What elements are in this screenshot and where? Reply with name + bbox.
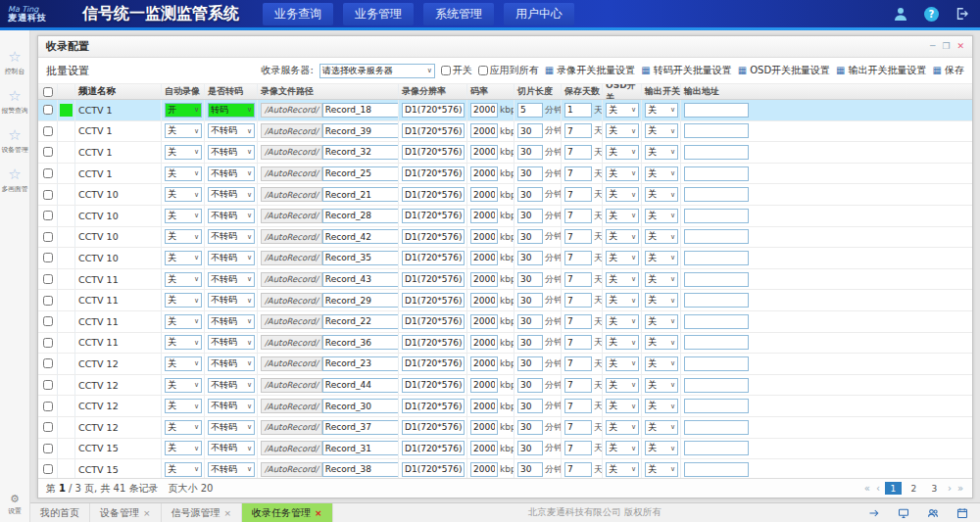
resolution-select[interactable]: D1(720*576)∨: [402, 335, 465, 350]
auto-record-select[interactable]: 关∨: [165, 251, 202, 265]
output-address-input[interactable]: [684, 293, 749, 308]
switch-checkbox[interactable]: 开关: [441, 64, 472, 77]
bitrate-input[interactable]: [470, 441, 498, 455]
bitrate-input[interactable]: [470, 229, 498, 244]
save-days-input[interactable]: [564, 420, 592, 435]
auto-record-select[interactable]: 关∨: [165, 441, 202, 455]
sidebar-item-console[interactable]: ☆ 控制台: [0, 50, 29, 76]
users-icon[interactable]: [927, 507, 939, 519]
output-switch-select[interactable]: 关∨: [645, 356, 678, 371]
resolution-select[interactable]: D1(720*576)∨: [402, 272, 465, 287]
osd-switch-select[interactable]: 关∨: [606, 420, 639, 435]
slice-length-input[interactable]: [517, 103, 543, 118]
bitrate-input[interactable]: [470, 314, 498, 329]
file-name-input[interactable]: [322, 356, 399, 371]
slice-length-input[interactable]: [517, 314, 543, 329]
slice-length-input[interactable]: [517, 378, 543, 393]
auto-record-select[interactable]: 关∨: [165, 209, 202, 223]
output-address-input[interactable]: [684, 145, 749, 160]
resolution-select[interactable]: D1(720*576)∨: [402, 166, 465, 181]
row-checkbox[interactable]: [43, 422, 53, 432]
auto-record-select[interactable]: 关∨: [165, 229, 202, 244]
save-days-input[interactable]: [564, 272, 592, 287]
sidebar-item-multiscreen[interactable]: ☆ 多画面管: [0, 167, 29, 194]
bitrate-input[interactable]: [470, 123, 498, 138]
slice-length-input[interactable]: [517, 462, 543, 477]
output-address-input[interactable]: [684, 335, 749, 350]
resolution-select[interactable]: D1(720*576)∨: [402, 314, 465, 329]
file-name-input[interactable]: [322, 272, 399, 287]
slice-length-input[interactable]: [517, 399, 543, 413]
save-days-input[interactable]: [564, 399, 592, 413]
row-checkbox[interactable]: [43, 232, 53, 242]
sidebar-settings[interactable]: ⚙ 设置: [7, 494, 23, 516]
resolution-select[interactable]: D1(720*576)∨: [402, 251, 465, 265]
output-address-input[interactable]: [684, 462, 749, 477]
auto-record-select[interactable]: 关∨: [165, 378, 202, 393]
osd-switch-select[interactable]: 关∨: [606, 314, 639, 329]
output-switch-select[interactable]: 关∨: [645, 441, 678, 455]
file-name-input[interactable]: [322, 420, 399, 435]
next-page-button[interactable]: ›: [947, 483, 953, 494]
record-switch-batch-button[interactable]: ▦录像开关批量设置: [545, 64, 635, 77]
restore-icon[interactable]: ❐: [942, 42, 950, 51]
output-address-input[interactable]: [684, 209, 749, 223]
save-days-input[interactable]: [564, 229, 592, 244]
output-switch-select[interactable]: 关∨: [645, 166, 678, 181]
slice-length-input[interactable]: [517, 187, 543, 202]
bitrate-input[interactable]: [470, 166, 498, 181]
output-address-input[interactable]: [684, 399, 749, 413]
transcode-select[interactable]: 不转码∨: [208, 314, 255, 329]
resolution-select[interactable]: D1(720*576)∨: [402, 378, 465, 393]
resolution-select[interactable]: D1(720*576)∨: [402, 145, 465, 160]
transcode-select[interactable]: 转码∨: [208, 103, 255, 118]
bitrate-input[interactable]: [470, 335, 498, 350]
auto-record-select[interactable]: 关∨: [165, 123, 202, 138]
bitrate-input[interactable]: [470, 103, 498, 118]
osd-switch-select[interactable]: 关∨: [606, 166, 639, 181]
bitrate-input[interactable]: [470, 356, 498, 371]
osd-switch-select[interactable]: 关∨: [606, 335, 639, 350]
resolution-select[interactable]: D1(720*576)∨: [402, 399, 465, 413]
output-address-input[interactable]: [684, 314, 749, 329]
transcode-select[interactable]: 不转码∨: [208, 335, 255, 350]
file-name-input[interactable]: [322, 314, 399, 329]
bitrate-input[interactable]: [470, 272, 498, 287]
file-name-input[interactable]: [322, 441, 399, 455]
transcode-select[interactable]: 不转码∨: [208, 209, 255, 223]
output-switch-batch-button[interactable]: ▦输出开关批量设置: [836, 64, 926, 77]
osd-switch-select[interactable]: 关∨: [606, 356, 639, 371]
output-switch-select[interactable]: 关∨: [645, 335, 678, 350]
row-checkbox[interactable]: [43, 211, 53, 220]
osd-switch-select[interactable]: 关∨: [606, 103, 639, 118]
calendar-icon[interactable]: [956, 507, 968, 519]
output-address-input[interactable]: [684, 378, 749, 393]
row-checkbox[interactable]: [43, 380, 53, 390]
output-address-input[interactable]: [684, 103, 749, 118]
output-switch-select[interactable]: 关∨: [645, 229, 678, 244]
bitrate-input[interactable]: [470, 420, 498, 435]
output-switch-select[interactable]: 关∨: [645, 209, 678, 223]
output-address-input[interactable]: [684, 123, 749, 138]
page-3-button[interactable]: 3: [926, 482, 943, 495]
transcode-select[interactable]: 不转码∨: [208, 272, 255, 287]
apply-all-checkbox-box[interactable]: [478, 66, 488, 75]
row-checkbox[interactable]: [43, 105, 53, 115]
output-switch-select[interactable]: 关∨: [645, 293, 678, 308]
slice-length-input[interactable]: [517, 166, 543, 181]
osd-switch-select[interactable]: 关∨: [606, 293, 639, 308]
save-days-input[interactable]: [564, 356, 592, 371]
slice-length-input[interactable]: [517, 251, 543, 265]
row-checkbox[interactable]: [43, 296, 53, 306]
save-days-input[interactable]: [564, 187, 592, 202]
file-name-input[interactable]: [322, 145, 399, 160]
output-address-input[interactable]: [684, 356, 749, 371]
save-days-input[interactable]: [564, 441, 592, 455]
output-switch-select[interactable]: 关∨: [645, 272, 678, 287]
slice-length-input[interactable]: [517, 123, 543, 138]
auto-record-select[interactable]: 关∨: [165, 420, 202, 435]
output-switch-select[interactable]: 关∨: [645, 103, 678, 118]
output-address-input[interactable]: [684, 251, 749, 265]
transcode-select[interactable]: 不转码∨: [208, 251, 255, 265]
row-checkbox[interactable]: [43, 338, 53, 348]
